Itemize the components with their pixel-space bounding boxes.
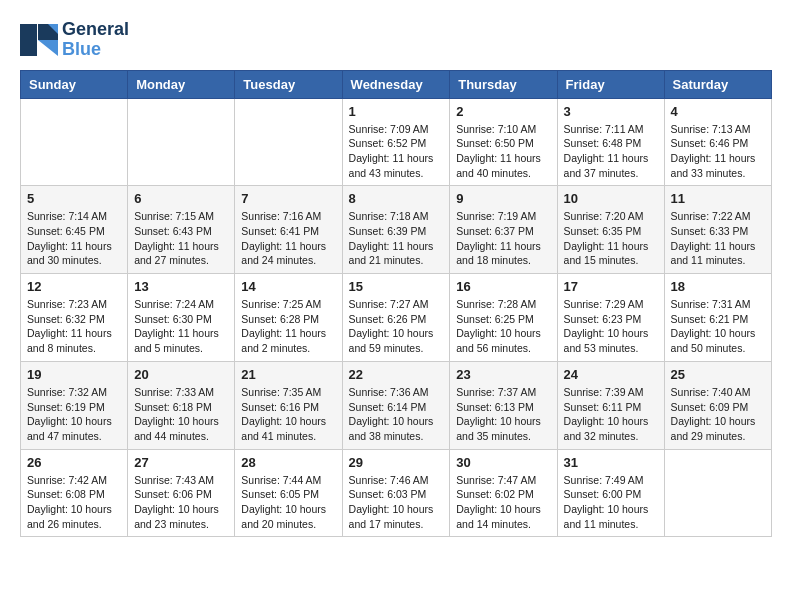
day-info: Sunrise: 7:18 AM Sunset: 6:39 PM Dayligh…: [349, 209, 444, 268]
day-info: Sunrise: 7:27 AM Sunset: 6:26 PM Dayligh…: [349, 297, 444, 356]
day-number: 12: [27, 279, 121, 294]
day-number: 16: [456, 279, 550, 294]
day-number: 3: [564, 104, 658, 119]
page-header: General Blue: [20, 20, 772, 60]
day-number: 18: [671, 279, 765, 294]
calendar-cell: 12Sunrise: 7:23 AM Sunset: 6:32 PM Dayli…: [21, 274, 128, 362]
day-info: Sunrise: 7:09 AM Sunset: 6:52 PM Dayligh…: [349, 122, 444, 181]
day-number: 2: [456, 104, 550, 119]
day-info: Sunrise: 7:33 AM Sunset: 6:18 PM Dayligh…: [134, 385, 228, 444]
day-number: 22: [349, 367, 444, 382]
calendar-cell: 27Sunrise: 7:43 AM Sunset: 6:06 PM Dayli…: [128, 449, 235, 537]
day-number: 26: [27, 455, 121, 470]
calendar-table: SundayMondayTuesdayWednesdayThursdayFrid…: [20, 70, 772, 538]
day-info: Sunrise: 7:49 AM Sunset: 6:00 PM Dayligh…: [564, 473, 658, 532]
calendar-cell: 18Sunrise: 7:31 AM Sunset: 6:21 PM Dayli…: [664, 274, 771, 362]
day-number: 17: [564, 279, 658, 294]
day-info: Sunrise: 7:28 AM Sunset: 6:25 PM Dayligh…: [456, 297, 550, 356]
day-info: Sunrise: 7:46 AM Sunset: 6:03 PM Dayligh…: [349, 473, 444, 532]
calendar-cell: 13Sunrise: 7:24 AM Sunset: 6:30 PM Dayli…: [128, 274, 235, 362]
day-number: 28: [241, 455, 335, 470]
calendar-cell: 16Sunrise: 7:28 AM Sunset: 6:25 PM Dayli…: [450, 274, 557, 362]
calendar-cell: 6Sunrise: 7:15 AM Sunset: 6:43 PM Daylig…: [128, 186, 235, 274]
svg-marker-2: [38, 40, 58, 56]
week-row-3: 12Sunrise: 7:23 AM Sunset: 6:32 PM Dayli…: [21, 274, 772, 362]
calendar-header-row: SundayMondayTuesdayWednesdayThursdayFrid…: [21, 70, 772, 98]
day-info: Sunrise: 7:36 AM Sunset: 6:14 PM Dayligh…: [349, 385, 444, 444]
day-info: Sunrise: 7:32 AM Sunset: 6:19 PM Dayligh…: [27, 385, 121, 444]
calendar-cell: 31Sunrise: 7:49 AM Sunset: 6:00 PM Dayli…: [557, 449, 664, 537]
day-info: Sunrise: 7:14 AM Sunset: 6:45 PM Dayligh…: [27, 209, 121, 268]
calendar-cell: 21Sunrise: 7:35 AM Sunset: 6:16 PM Dayli…: [235, 361, 342, 449]
calendar-cell: 29Sunrise: 7:46 AM Sunset: 6:03 PM Dayli…: [342, 449, 450, 537]
day-info: Sunrise: 7:39 AM Sunset: 6:11 PM Dayligh…: [564, 385, 658, 444]
calendar-cell: 7Sunrise: 7:16 AM Sunset: 6:41 PM Daylig…: [235, 186, 342, 274]
day-number: 7: [241, 191, 335, 206]
day-number: 29: [349, 455, 444, 470]
day-info: Sunrise: 7:35 AM Sunset: 6:16 PM Dayligh…: [241, 385, 335, 444]
calendar-cell: 11Sunrise: 7:22 AM Sunset: 6:33 PM Dayli…: [664, 186, 771, 274]
calendar-cell: 20Sunrise: 7:33 AM Sunset: 6:18 PM Dayli…: [128, 361, 235, 449]
calendar-cell: 24Sunrise: 7:39 AM Sunset: 6:11 PM Dayli…: [557, 361, 664, 449]
day-number: 13: [134, 279, 228, 294]
day-number: 14: [241, 279, 335, 294]
day-info: Sunrise: 7:11 AM Sunset: 6:48 PM Dayligh…: [564, 122, 658, 181]
calendar-cell: 3Sunrise: 7:11 AM Sunset: 6:48 PM Daylig…: [557, 98, 664, 186]
day-number: 5: [27, 191, 121, 206]
day-info: Sunrise: 7:15 AM Sunset: 6:43 PM Dayligh…: [134, 209, 228, 268]
day-number: 1: [349, 104, 444, 119]
day-header-saturday: Saturday: [664, 70, 771, 98]
day-info: Sunrise: 7:31 AM Sunset: 6:21 PM Dayligh…: [671, 297, 765, 356]
day-number: 30: [456, 455, 550, 470]
logo: General Blue: [20, 20, 129, 60]
day-info: Sunrise: 7:22 AM Sunset: 6:33 PM Dayligh…: [671, 209, 765, 268]
day-number: 31: [564, 455, 658, 470]
day-number: 10: [564, 191, 658, 206]
day-info: Sunrise: 7:25 AM Sunset: 6:28 PM Dayligh…: [241, 297, 335, 356]
day-info: Sunrise: 7:24 AM Sunset: 6:30 PM Dayligh…: [134, 297, 228, 356]
day-info: Sunrise: 7:44 AM Sunset: 6:05 PM Dayligh…: [241, 473, 335, 532]
day-number: 11: [671, 191, 765, 206]
calendar-cell: 23Sunrise: 7:37 AM Sunset: 6:13 PM Dayli…: [450, 361, 557, 449]
day-info: Sunrise: 7:29 AM Sunset: 6:23 PM Dayligh…: [564, 297, 658, 356]
day-header-wednesday: Wednesday: [342, 70, 450, 98]
calendar-cell: 5Sunrise: 7:14 AM Sunset: 6:45 PM Daylig…: [21, 186, 128, 274]
logo-blue: Blue: [62, 40, 129, 60]
logo-icon: [20, 24, 58, 56]
day-number: 19: [27, 367, 121, 382]
week-row-1: 1Sunrise: 7:09 AM Sunset: 6:52 PM Daylig…: [21, 98, 772, 186]
calendar-cell: 15Sunrise: 7:27 AM Sunset: 6:26 PM Dayli…: [342, 274, 450, 362]
calendar-cell: 10Sunrise: 7:20 AM Sunset: 6:35 PM Dayli…: [557, 186, 664, 274]
day-info: Sunrise: 7:19 AM Sunset: 6:37 PM Dayligh…: [456, 209, 550, 268]
calendar-cell: 9Sunrise: 7:19 AM Sunset: 6:37 PM Daylig…: [450, 186, 557, 274]
day-info: Sunrise: 7:37 AM Sunset: 6:13 PM Dayligh…: [456, 385, 550, 444]
day-info: Sunrise: 7:13 AM Sunset: 6:46 PM Dayligh…: [671, 122, 765, 181]
day-header-sunday: Sunday: [21, 70, 128, 98]
day-number: 9: [456, 191, 550, 206]
calendar-cell: 19Sunrise: 7:32 AM Sunset: 6:19 PM Dayli…: [21, 361, 128, 449]
week-row-5: 26Sunrise: 7:42 AM Sunset: 6:08 PM Dayli…: [21, 449, 772, 537]
calendar-cell: 26Sunrise: 7:42 AM Sunset: 6:08 PM Dayli…: [21, 449, 128, 537]
day-info: Sunrise: 7:20 AM Sunset: 6:35 PM Dayligh…: [564, 209, 658, 268]
calendar-cell: 4Sunrise: 7:13 AM Sunset: 6:46 PM Daylig…: [664, 98, 771, 186]
calendar-cell: 1Sunrise: 7:09 AM Sunset: 6:52 PM Daylig…: [342, 98, 450, 186]
week-row-2: 5Sunrise: 7:14 AM Sunset: 6:45 PM Daylig…: [21, 186, 772, 274]
calendar-cell: 17Sunrise: 7:29 AM Sunset: 6:23 PM Dayli…: [557, 274, 664, 362]
day-header-monday: Monday: [128, 70, 235, 98]
logo-general: General: [62, 20, 129, 40]
day-number: 23: [456, 367, 550, 382]
calendar-cell: 8Sunrise: 7:18 AM Sunset: 6:39 PM Daylig…: [342, 186, 450, 274]
day-number: 20: [134, 367, 228, 382]
day-header-tuesday: Tuesday: [235, 70, 342, 98]
day-number: 27: [134, 455, 228, 470]
calendar-cell: 14Sunrise: 7:25 AM Sunset: 6:28 PM Dayli…: [235, 274, 342, 362]
calendar-cell: 30Sunrise: 7:47 AM Sunset: 6:02 PM Dayli…: [450, 449, 557, 537]
day-info: Sunrise: 7:10 AM Sunset: 6:50 PM Dayligh…: [456, 122, 550, 181]
day-number: 24: [564, 367, 658, 382]
day-number: 8: [349, 191, 444, 206]
day-number: 21: [241, 367, 335, 382]
day-info: Sunrise: 7:47 AM Sunset: 6:02 PM Dayligh…: [456, 473, 550, 532]
day-info: Sunrise: 7:42 AM Sunset: 6:08 PM Dayligh…: [27, 473, 121, 532]
calendar-cell: 22Sunrise: 7:36 AM Sunset: 6:14 PM Dayli…: [342, 361, 450, 449]
calendar-cell: 25Sunrise: 7:40 AM Sunset: 6:09 PM Dayli…: [664, 361, 771, 449]
